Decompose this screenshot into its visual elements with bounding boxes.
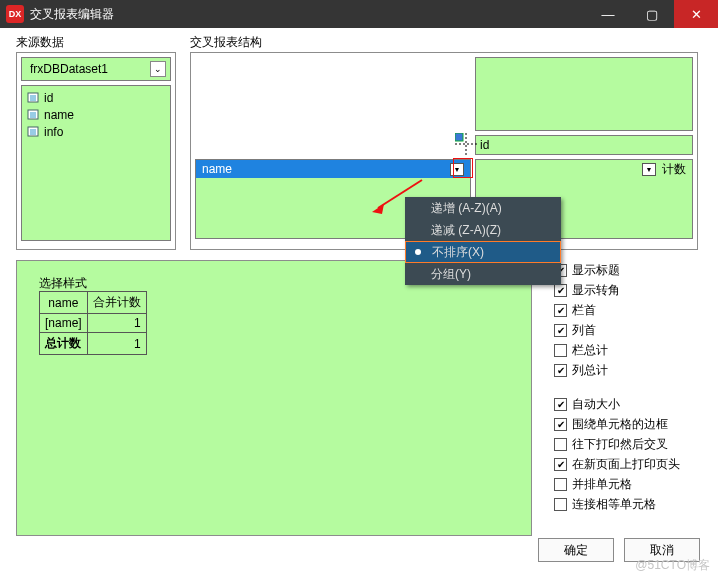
ok-button[interactable]: 确定 (538, 538, 614, 562)
highlight-sort-button (453, 158, 473, 178)
option-checkbox[interactable]: ✔栏首 (554, 300, 704, 320)
cell: [name] (40, 314, 88, 333)
datasource-label: 来源数据 (16, 34, 64, 51)
option-checkbox[interactable]: 栏总计 (554, 340, 704, 360)
menu-item-label: 递增 (A-Z)(A) (431, 200, 502, 217)
option-label: 围绕单元格的边框 (572, 416, 668, 433)
menu-sort-desc[interactable]: 递减 (Z-A)(Z) (405, 219, 561, 241)
svg-rect-14 (455, 133, 463, 141)
option-label: 显示标题 (572, 262, 620, 279)
columns-zone[interactable] (475, 57, 693, 131)
field-icon (27, 108, 40, 121)
checkbox-icon: ✔ (554, 458, 567, 471)
cell: 1 (87, 333, 146, 355)
option-label: 列总计 (572, 362, 608, 379)
field-label: info (44, 125, 63, 139)
option-checkbox[interactable]: 连接相等单元格 (554, 494, 704, 514)
option-checkbox[interactable]: 往下打印然后交叉 (554, 434, 704, 454)
option-label: 列首 (572, 322, 596, 339)
close-button[interactable]: ✕ (674, 0, 718, 28)
checkbox-icon: ✔ (554, 304, 567, 317)
field-label: id (44, 91, 53, 105)
dataset-combo[interactable]: frxDBDataset1 ⌄ (21, 57, 171, 81)
window-buttons: — ▢ ✕ (586, 0, 718, 28)
checkbox-icon: ✔ (554, 324, 567, 337)
col-header: name (40, 292, 88, 314)
menu-item-label: 递减 (Z-A)(Z) (431, 222, 501, 239)
structure-label: 交叉报表结构 (190, 34, 262, 51)
row-field-header[interactable]: name ▼ (196, 160, 470, 178)
table-row: 总计数 1 (40, 333, 147, 355)
minimize-button[interactable]: — (586, 0, 630, 28)
option-label: 并排单元格 (572, 476, 632, 493)
menu-item-label: 分组(Y) (431, 266, 471, 283)
option-label: 栏总计 (572, 342, 608, 359)
option-label: 往下打印然后交叉 (572, 436, 668, 453)
button-label: 确定 (564, 542, 588, 559)
sort-context-menu: 递增 (A-Z)(A) 递减 (Z-A)(Z) 不排序(X) 分组(Y) (405, 197, 561, 285)
agg-label: 计数 (662, 161, 686, 178)
checkbox-icon (554, 498, 567, 511)
row-field: name (202, 162, 232, 176)
watermark: @51CTO博客 (635, 557, 710, 574)
menu-sort-asc[interactable]: 递增 (A-Z)(A) (405, 197, 561, 219)
cell: 1 (87, 314, 146, 333)
option-checkbox[interactable]: ✔显示标题 (554, 260, 704, 280)
option-checkbox[interactable]: ✔列总计 (554, 360, 704, 380)
option-checkbox[interactable]: ✔显示转角 (554, 280, 704, 300)
datasource-panel: frxDBDataset1 ⌄ id name info (16, 52, 176, 250)
column-field-zone[interactable]: id (475, 135, 693, 155)
option-checkbox[interactable]: ✔围绕单元格的边框 (554, 414, 704, 434)
checkbox-icon: ✔ (554, 284, 567, 297)
column-field: id (480, 138, 489, 152)
option-label: 显示转角 (572, 282, 620, 299)
chevron-down-icon: ⌄ (150, 61, 166, 77)
option-checkbox[interactable]: ✔列首 (554, 320, 704, 340)
menu-group[interactable]: 分组(Y) (405, 263, 561, 285)
checkbox-icon (554, 478, 567, 491)
table-row: [name] 1 (40, 314, 147, 333)
field-item[interactable]: name (25, 106, 167, 123)
button-label: 取消 (650, 542, 674, 559)
field-icon (27, 91, 40, 104)
window-title: 交叉报表编辑器 (30, 6, 114, 23)
title-bar: DX 交叉报表编辑器 — ▢ ✕ (0, 0, 718, 28)
checkbox-icon (554, 344, 567, 357)
option-label: 自动大小 (572, 396, 620, 413)
field-icon (27, 125, 40, 138)
fields-list[interactable]: id name info (21, 85, 171, 241)
checkbox-icon (554, 438, 567, 451)
crosstab-icon (455, 133, 477, 155)
data-field-header[interactable]: ▼ 计数 (476, 160, 692, 178)
checkbox-icon: ✔ (554, 398, 567, 411)
option-label: 连接相等单元格 (572, 496, 656, 513)
dataset-name: frxDBDataset1 (30, 62, 150, 76)
client-area: 来源数据 frxDBDataset1 ⌄ id name info (0, 28, 718, 578)
field-label: name (44, 108, 74, 122)
option-label: 在新页面上打印页头 (572, 456, 680, 473)
radio-dot-icon (415, 249, 421, 255)
preview-table: name 合并计数 [name] 1 总计数 1 (39, 291, 147, 355)
field-item[interactable]: id (25, 89, 167, 106)
window: { "title": "交叉报表编辑器", "logo": "DX", "lab… (0, 0, 718, 578)
table-row: name 合并计数 (40, 292, 147, 314)
option-checkbox[interactable]: ✔在新页面上打印页头 (554, 454, 704, 474)
option-label: 栏首 (572, 302, 596, 319)
field-item[interactable]: info (25, 123, 167, 140)
cell: 总计数 (40, 333, 88, 355)
checkbox-icon: ✔ (554, 418, 567, 431)
col-header: 合并计数 (87, 292, 146, 314)
options-group: ✔显示标题✔显示转角✔栏首✔列首栏总计✔列总计✔自动大小✔围绕单元格的边框往下打… (554, 260, 704, 514)
app-logo: DX (6, 5, 24, 23)
select-style-label: 选择样式 (39, 275, 87, 292)
option-checkbox[interactable]: 并排单元格 (554, 474, 704, 494)
checkbox-icon: ✔ (554, 364, 567, 377)
option-checkbox[interactable]: ✔自动大小 (554, 394, 704, 414)
menu-item-label: 不排序(X) (432, 244, 484, 261)
preview-panel: 选择样式 name 合并计数 [name] 1 总计数 1 (16, 260, 532, 536)
agg-button[interactable]: ▼ (642, 163, 656, 176)
menu-no-sort[interactable]: 不排序(X) (405, 241, 561, 263)
maximize-button[interactable]: ▢ (630, 0, 674, 28)
